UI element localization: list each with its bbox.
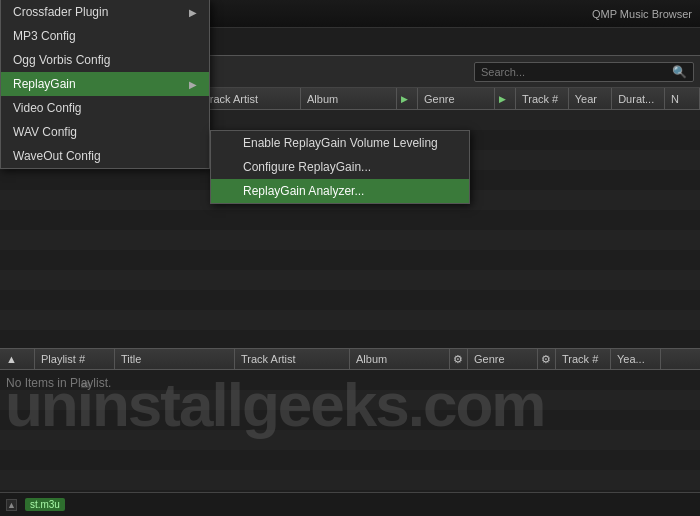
replaygain-arrow-icon: ▶ [189, 79, 197, 90]
genre-col-label: Genre [424, 93, 455, 105]
right-context-submenu[interactable]: Enable ReplayGain Volume Leveling Config… [210, 130, 470, 204]
menu-item-ogg[interactable]: Ogg Vorbis Config [1, 48, 209, 72]
playlist-table-header: ▲ Playlist # Title Track Artist Album ⚙ … [0, 348, 700, 370]
upper-th-track-num[interactable]: Track # [516, 88, 569, 109]
video-label: Video Config [13, 101, 82, 115]
lower-settings-icon: ⚙ [453, 353, 463, 366]
replaygain-label: ReplayGain [13, 77, 76, 91]
lower-table-body: No Items in Playlist. [0, 370, 700, 492]
mp3-label: MP3 Config [13, 29, 76, 43]
n-col-label: N [671, 93, 679, 105]
menu-item-mp3[interactable]: MP3 Config [1, 24, 209, 48]
upper-th-play2: ▶ [495, 88, 516, 109]
play-col2-icon: ▶ [499, 94, 506, 104]
lower-section: ▲ Playlist # Title Track Artist Album ⚙ … [0, 348, 700, 516]
year-col-label: Year [575, 93, 597, 105]
menu-item-wav[interactable]: WAV Config [1, 120, 209, 144]
lower-track-num-col-label: Track # [562, 353, 598, 365]
lower-empty-message: No Items in Playlist. [0, 370, 700, 396]
upper-th-album[interactable]: Album [301, 88, 397, 109]
lower-th-year[interactable]: Yea... [611, 349, 661, 369]
lower-track-artist-col-label: Track Artist [241, 353, 296, 365]
duration-col-label: Durat... [618, 93, 654, 105]
scroll-arrow-up[interactable]: ▲ [6, 499, 17, 511]
left-context-menu[interactable]: Crossfader Plugin ▶ MP3 Config Ogg Vorbi… [0, 0, 210, 169]
search-icon: 🔍 [672, 65, 687, 79]
configure-replaygain-label: Configure ReplayGain... [243, 160, 371, 174]
menu-item-replaygain[interactable]: ReplayGain ▶ [1, 72, 209, 96]
replaygain-analyzer-label: ReplayGain Analyzer... [243, 184, 364, 198]
waveout-label: WaveOut Config [13, 149, 101, 163]
lower-th-scroll[interactable]: ▲ [0, 349, 35, 369]
lower-th-playlist-num[interactable]: Playlist # [35, 349, 115, 369]
lower-genre-col-label: Genre [474, 353, 505, 365]
menu-item-video[interactable]: Video Config [1, 96, 209, 120]
track-artist-col-label: Track Artist [203, 93, 258, 105]
search-box: 🔍 [474, 62, 694, 82]
upper-th-n: N [665, 88, 700, 109]
menu-item-waveout[interactable]: WaveOut Config [1, 144, 209, 168]
playlist-num-col-label: Playlist # [41, 353, 85, 365]
search-input[interactable] [481, 66, 672, 78]
enable-replaygain-label: Enable ReplayGain Volume Leveling [243, 136, 438, 150]
status-bar: ▲ st.m3u [0, 492, 700, 516]
submenu-item-replaygain-analyzer[interactable]: ReplayGain Analyzer... [211, 179, 469, 203]
wav-label: WAV Config [13, 125, 77, 139]
app-title: QMP Music Browser [592, 8, 692, 20]
lower-th-title[interactable]: Title [115, 349, 235, 369]
crossfader-label: Crossfader Plugin [13, 5, 108, 19]
lower-year-col-label: Yea... [617, 353, 645, 365]
lower-content-area: No Items in Playlist. [0, 370, 700, 492]
lower-album-col-label: Album [356, 353, 387, 365]
track-num-col-label: Track # [522, 93, 558, 105]
submenu-item-enable-replaygain[interactable]: Enable ReplayGain Volume Leveling [211, 131, 469, 155]
lower-title-col-label: Title [121, 353, 141, 365]
play-col-icon: ▶ [401, 94, 408, 104]
lower-th-album[interactable]: Album [350, 349, 450, 369]
playlist-tag: st.m3u [25, 498, 65, 511]
upper-th-play: ▶ [397, 88, 418, 109]
upper-th-genre[interactable]: Genre [418, 88, 495, 109]
lower-th-genre[interactable]: Genre [468, 349, 538, 369]
album-col-label: Album [307, 93, 338, 105]
lower-settings2-icon: ⚙ [541, 353, 551, 366]
crossfader-arrow-icon: ▶ [189, 7, 197, 18]
lower-th-track-num[interactable]: Track # [556, 349, 611, 369]
lower-th-settings2[interactable]: ⚙ [538, 349, 556, 369]
scroll-up-icon: ▲ [6, 353, 17, 365]
menu-item-crossfader[interactable]: Crossfader Plugin ▶ [1, 0, 209, 24]
lower-th-settings[interactable]: ⚙ [450, 349, 468, 369]
ogg-label: Ogg Vorbis Config [13, 53, 110, 67]
lower-th-track-artist[interactable]: Track Artist [235, 349, 350, 369]
submenu-item-configure-replaygain[interactable]: Configure ReplayGain... [211, 155, 469, 179]
upper-th-duration[interactable]: Durat... [612, 88, 665, 109]
upper-th-year[interactable]: Year [569, 88, 612, 109]
